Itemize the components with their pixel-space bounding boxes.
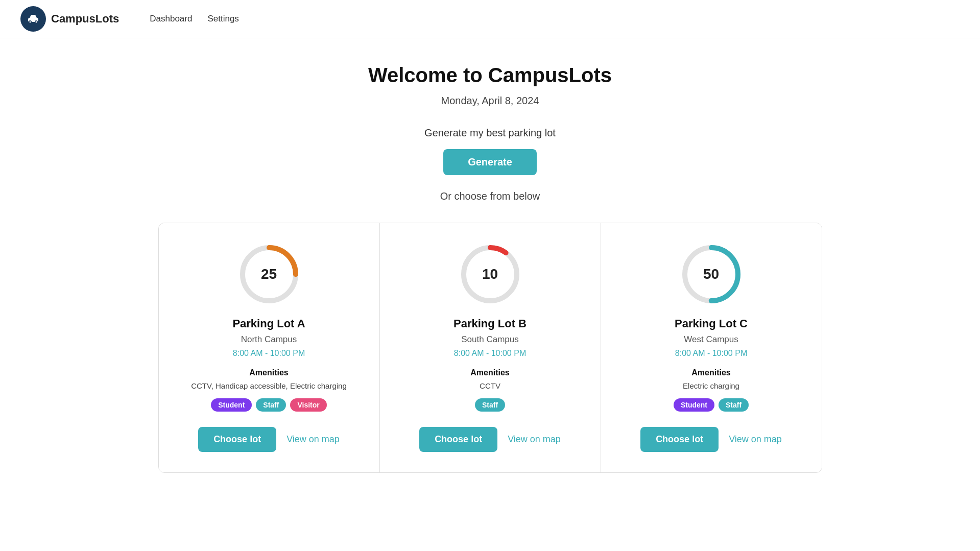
nav-dashboard[interactable]: Dashboard [150, 14, 192, 24]
lot-b-amenities-label: Amenities [470, 368, 509, 377]
lot-c-hours: 8:00 AM - 10:00 PM [675, 349, 747, 358]
tag-student-c: Student [674, 398, 714, 412]
svg-point-5 [36, 21, 37, 23]
tag-staff: Staff [256, 398, 286, 412]
lot-a-name: Parking Lot A [232, 317, 305, 330]
view-map-b-link[interactable]: View on map [508, 434, 561, 445]
page-date: Monday, April 8, 2024 [441, 95, 539, 107]
lot-b-name: Parking Lot B [453, 317, 527, 330]
navbar-brand[interactable]: CampusLots [20, 6, 119, 32]
nav-settings[interactable]: Settings [207, 14, 238, 24]
navbar-logo-icon [20, 6, 46, 32]
lot-c-name: Parking Lot C [675, 317, 748, 330]
svg-point-4 [30, 21, 31, 23]
lot-a-location: North Campus [241, 334, 297, 345]
or-choose-label: Or choose from below [440, 190, 540, 202]
lot-b-spots: 10 [482, 266, 498, 282]
tag-staff-c: Staff [719, 398, 749, 412]
main-content: Welcome to CampusLots Monday, April 8, 2… [0, 38, 980, 473]
lot-a-tags: Student Staff Visitor [211, 398, 327, 412]
tag-student: Student [211, 398, 252, 412]
navbar: CampusLots Dashboard Settings [0, 0, 980, 38]
lot-b-hours: 8:00 AM - 10:00 PM [454, 349, 526, 358]
lot-card-c: 50 Parking Lot C West Campus 8:00 AM - 1… [601, 223, 822, 472]
lot-a-amenities: CCTV, Handicap accessible, Electric char… [191, 381, 347, 390]
navbar-links: Dashboard Settings [150, 14, 239, 24]
lot-c-tags: Student Staff [674, 398, 749, 412]
lot-c-spots: 50 [703, 266, 719, 282]
lot-b-location: South Campus [461, 334, 518, 345]
tag-visitor: Visitor [290, 398, 326, 412]
lots-container: 25 Parking Lot A North Campus 8:00 AM - … [158, 223, 822, 473]
view-map-a-link[interactable]: View on map [286, 434, 340, 445]
lot-c-amenities-label: Amenities [691, 368, 730, 377]
choose-lot-b-button[interactable]: Choose lot [419, 427, 497, 452]
lot-b-tags: Staff [475, 398, 505, 412]
lot-b-actions: Choose lot View on map [419, 427, 561, 452]
tag-staff-b: Staff [475, 398, 505, 412]
choose-lot-a-button[interactable]: Choose lot [198, 427, 276, 452]
lot-a-actions: Choose lot View on map [198, 427, 340, 452]
donut-lot-c: 50 [681, 244, 742, 305]
lot-c-location: West Campus [684, 334, 738, 345]
lot-c-actions: Choose lot View on map [640, 427, 782, 452]
brand-name: CampusLots [51, 12, 119, 26]
lot-card-a: 25 Parking Lot A North Campus 8:00 AM - … [159, 223, 380, 472]
page-title: Welcome to CampusLots [368, 64, 612, 87]
lot-c-amenities: Electric charging [683, 381, 739, 390]
lot-b-amenities: CCTV [480, 381, 500, 390]
donut-lot-b: 10 [460, 244, 521, 305]
generate-label: Generate my best parking lot [424, 127, 556, 139]
choose-lot-c-button[interactable]: Choose lot [640, 427, 719, 452]
lot-a-hours: 8:00 AM - 10:00 PM [233, 349, 305, 358]
lot-a-spots: 25 [261, 266, 277, 282]
lot-card-b: 10 Parking Lot B South Campus 8:00 AM - … [380, 223, 601, 472]
generate-button[interactable]: Generate [443, 149, 537, 175]
lot-a-amenities-label: Amenities [249, 368, 288, 377]
donut-lot-a: 25 [238, 244, 300, 305]
view-map-c-link[interactable]: View on map [729, 434, 782, 445]
